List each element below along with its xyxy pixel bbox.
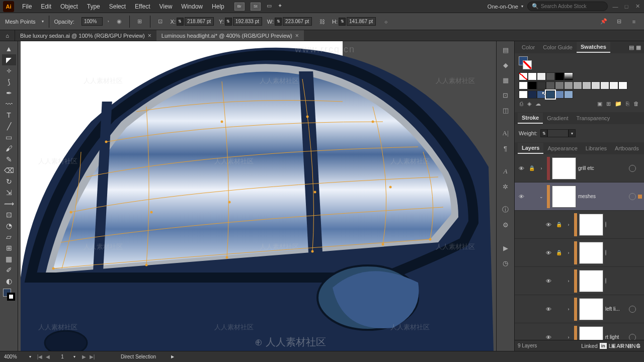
layer-name[interactable]: rt light (605, 334, 627, 340)
thumbnail-view-icon[interactable]: ▤ (629, 44, 634, 51)
layer-row[interactable]: 👁 › (515, 267, 644, 295)
align-icon[interactable]: ⊞ (135, 17, 145, 27)
layer-name[interactable]: grill etc (578, 165, 627, 171)
symbol-icon[interactable]: ✲ (500, 181, 512, 192)
w-stepper[interactable]: ⇅ (275, 18, 282, 26)
direct-selection-tool-icon[interactable]: ◤ (2, 54, 16, 65)
tab-transparency[interactable]: Transparency (572, 113, 614, 123)
swatch[interactable] (564, 72, 573, 80)
h-stepper[interactable]: ⇅ (339, 18, 346, 26)
layer-row[interactable]: 👁 🔒 › (515, 239, 644, 267)
tab-swatches[interactable]: Swatches (577, 42, 610, 53)
swatch[interactable] (564, 90, 573, 99)
swatch[interactable] (600, 81, 609, 89)
prev-artboard-icon[interactable]: ◀ (44, 354, 51, 359)
folder-icon[interactable]: 📁 (615, 101, 622, 107)
w-input[interactable] (283, 17, 312, 26)
menu-window[interactable]: Window (177, 1, 207, 12)
new-group-icon[interactable]: ▣ (597, 101, 602, 107)
minimize-icon[interactable]: — (612, 3, 619, 10)
scale-tool-icon[interactable]: ⇲ (2, 187, 16, 198)
link-icon[interactable]: ⎘ (626, 101, 629, 107)
visibility-icon[interactable]: 👁 (544, 250, 553, 256)
layer-name[interactable] (605, 250, 642, 255)
next-artboard-icon[interactable]: ▶ (80, 354, 88, 359)
eraser-tool-icon[interactable]: ⌫ (2, 165, 16, 176)
swatch[interactable] (555, 81, 564, 89)
play-icon[interactable]: ▶ (500, 242, 512, 253)
zoom-input[interactable] (4, 354, 24, 359)
lock-icon[interactable]: 🔒 (555, 222, 563, 227)
cloud-icon[interactable]: ✦ (278, 3, 282, 11)
swatch[interactable] (537, 81, 546, 89)
tab-gradient[interactable]: Gradient (543, 113, 572, 123)
brushes-icon[interactable]: ▦ (500, 74, 512, 85)
selection-mode[interactable]: Mesh Points▾ (5, 19, 44, 25)
lasso-tool-icon[interactable]: ⟆ (2, 76, 16, 87)
fill-stroke-indicator[interactable] (3, 289, 15, 301)
h-input[interactable] (347, 17, 376, 26)
swatch[interactable] (582, 81, 591, 89)
menu-select[interactable]: Select (105, 1, 130, 12)
expand-icon[interactable]: › (565, 335, 572, 340)
swatch[interactable] (528, 90, 537, 99)
char-icon[interactable]: A| (500, 128, 512, 139)
lock-icon[interactable]: 🔒 (555, 250, 563, 255)
fill-stroke-mini[interactable] (519, 56, 532, 69)
lock-icon[interactable]: 🔒 (528, 165, 536, 171)
tab-blue-luxury-sedan[interactable]: Blue luxury sedan.ai @ 100% (RGB/GPU Pre… (15, 30, 156, 41)
link-wh-icon[interactable]: ⛓ (317, 17, 327, 27)
swatch-options-icon[interactable]: ☁ (535, 101, 541, 107)
timeline-icon[interactable]: ◷ (500, 257, 512, 268)
eyedropper-tool-icon[interactable]: ✐ (2, 264, 16, 276)
x-input[interactable] (185, 17, 214, 26)
menu-view[interactable]: View (155, 1, 177, 12)
swatch[interactable] (573, 81, 582, 89)
list-view-icon[interactable]: ▦ (636, 44, 641, 51)
layer-name[interactable] (605, 278, 642, 284)
menu-help[interactable]: Help (208, 1, 228, 12)
tab-close-icon[interactable]: × (295, 32, 299, 39)
visibility-icon[interactable]: 👁 (517, 194, 526, 200)
target-icon[interactable] (629, 306, 636, 313)
expand-icon[interactable]: › (565, 279, 572, 284)
swatch[interactable] (591, 81, 600, 89)
target-icon[interactable] (629, 334, 636, 340)
paragraph-icon[interactable]: ¶ (500, 143, 512, 154)
tab-appearance[interactable]: Appearance (543, 143, 581, 153)
selection-tool-icon[interactable]: ▲ (2, 43, 16, 54)
y-stepper[interactable]: ⇅ (225, 18, 232, 26)
swatch[interactable] (546, 72, 555, 80)
layer-row[interactable]: 👁 › left li... (515, 295, 644, 323)
swatch[interactable]: ↖ (546, 90, 555, 99)
target-icon[interactable] (605, 222, 606, 227)
tab-stroke[interactable]: Stroke (518, 113, 543, 124)
reference-point-icon[interactable]: ⊡ (155, 17, 166, 27)
swatch[interactable] (519, 90, 528, 99)
target-icon[interactable] (605, 278, 606, 284)
tab-luminous-headlight[interactable]: Luminous headlight.ai* @ 400% (RGB/GPU P… (156, 30, 304, 41)
shape-builder-tool-icon[interactable]: ◔ (2, 220, 16, 231)
workspace-switcher[interactable]: One-on-One▾ (488, 4, 523, 10)
first-artboard-icon[interactable]: |◀ (36, 354, 43, 359)
setup-icon[interactable]: ⊟ (614, 17, 624, 27)
visibility-icon[interactable]: 👁 (544, 334, 553, 340)
width-tool-icon[interactable]: ⟿ (2, 198, 16, 209)
expand-icon[interactable]: › (565, 307, 572, 312)
layer-row[interactable]: 👁 ⌄ meshes (515, 183, 644, 211)
tab-artboards[interactable]: Artboards (611, 143, 643, 153)
expand-icon[interactable]: › (538, 166, 545, 171)
bridge-icon[interactable]: Br (234, 3, 245, 11)
gradient-tool-icon[interactable]: ▦ (2, 253, 16, 264)
layer-name[interactable] (605, 222, 642, 227)
artboard-input[interactable] (56, 354, 68, 359)
search-stock[interactable]: 🔍 (527, 2, 608, 11)
layer-name[interactable]: meshes (578, 194, 627, 199)
arrange-icon[interactable]: ▭ (267, 3, 272, 11)
delete-swatch-icon[interactable]: 🗑 (633, 101, 639, 107)
expand-icon[interactable]: › (565, 222, 572, 227)
x-stepper[interactable]: ⇅ (177, 18, 184, 26)
tab-layers[interactable]: Layers (518, 143, 543, 154)
align-panel-icon[interactable]: ⊡ (500, 89, 512, 101)
visibility-icon[interactable]: 👁 (544, 222, 553, 228)
